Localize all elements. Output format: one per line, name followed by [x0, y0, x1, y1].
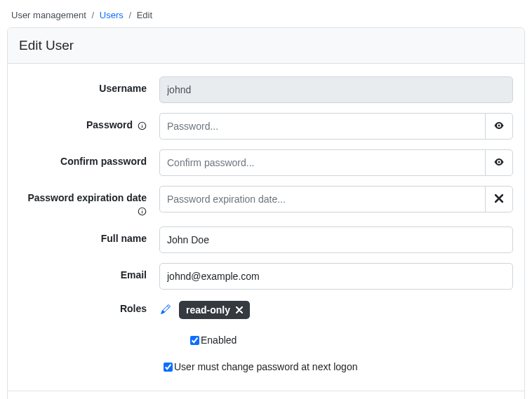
- breadcrumb-root: User management: [11, 10, 86, 20]
- role-chip: read-only: [179, 301, 250, 319]
- roles-label: Roles: [19, 299, 159, 315]
- email-label: Email: [19, 263, 159, 281]
- info-icon[interactable]: [138, 121, 147, 130]
- confirm-password-label: Confirm password: [19, 149, 159, 168]
- pencil-icon: [161, 306, 171, 316]
- breadcrumb-leaf: Edit: [137, 10, 152, 20]
- edit-user-card: Edit User Username Password: [7, 27, 525, 399]
- breadcrumb-users-link[interactable]: Users: [100, 10, 124, 20]
- breadcrumb: User management / Users / Edit: [7, 7, 525, 27]
- confirm-password-input[interactable]: [159, 149, 485, 176]
- clear-expiration-button[interactable]: [485, 186, 513, 212]
- eye-icon: [493, 120, 505, 133]
- password-input[interactable]: [159, 113, 485, 140]
- enabled-checkbox[interactable]: [190, 336, 199, 345]
- email-input[interactable]: [159, 263, 513, 290]
- close-icon: [495, 194, 503, 205]
- form-body: Username Password Conf: [8, 64, 524, 391]
- fullname-input[interactable]: [159, 226, 513, 253]
- role-chip-label: read-only: [186, 304, 230, 316]
- password-label: Password: [19, 113, 159, 131]
- must-change-password-label: User must change password at next logon: [174, 361, 357, 372]
- toggle-password-visibility[interactable]: [485, 113, 513, 140]
- must-change-password-checkbox[interactable]: [164, 363, 173, 372]
- remove-role-button[interactable]: [236, 304, 243, 316]
- fullname-label: Full name: [19, 226, 159, 245]
- info-icon[interactable]: [138, 207, 147, 216]
- username-label: Username: [19, 76, 159, 95]
- edit-roles-button[interactable]: [159, 303, 172, 318]
- breadcrumb-sep: /: [92, 10, 95, 20]
- expiration-input[interactable]: [159, 186, 485, 212]
- expiration-label: Password expiration date: [19, 186, 159, 217]
- svg-point-4: [142, 210, 142, 210]
- eye-icon: [493, 156, 505, 170]
- breadcrumb-sep: /: [128, 10, 131, 20]
- form-footer: Cancel Edit User: [8, 391, 524, 399]
- username-input: [159, 76, 513, 103]
- enabled-label: Enabled: [201, 334, 237, 346]
- svg-point-1: [142, 123, 142, 124]
- page-title: Edit User: [8, 28, 524, 64]
- toggle-confirm-visibility[interactable]: [485, 149, 513, 176]
